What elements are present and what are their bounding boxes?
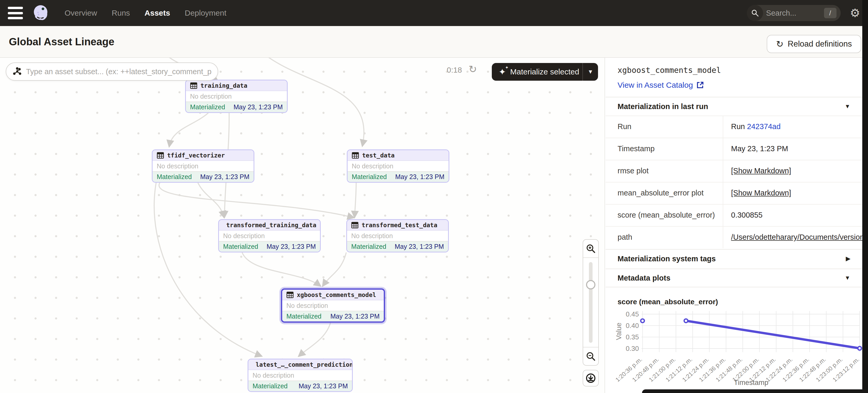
svg-text:Value: Value: [615, 323, 623, 340]
asset-filter-input[interactable]: [26, 67, 211, 76]
asset-lineage-canvas[interactable]: training_data No description Materialize…: [0, 58, 605, 393]
asset-node-status: Materialized: [286, 313, 321, 320]
value-link[interactable]: [Show Markdown]: [731, 189, 791, 197]
global-search[interactable]: /: [747, 5, 841, 21]
svg-text:Timestamp: Timestamp: [734, 379, 769, 387]
asset-node[interactable]: tfidf_vectorizer No description Material…: [152, 150, 254, 183]
table-icon: [157, 152, 164, 159]
svg-text:0.40: 0.40: [626, 322, 639, 329]
chevron-down-icon: ▼: [844, 103, 850, 110]
download-graph-button[interactable]: [583, 370, 599, 387]
chevron-down-icon: ▼: [844, 274, 850, 281]
row-label: score (mean_absolute_error): [606, 204, 723, 226]
row-label: path: [606, 227, 723, 248]
section-materialization-last-run[interactable]: Materialization in last run ▼: [606, 97, 862, 116]
svg-text:0.45: 0.45: [626, 310, 639, 318]
search-icon: [747, 5, 763, 21]
panel-asset-title: xgboost_comments_model: [618, 66, 721, 75]
table-icon: [190, 82, 197, 89]
zoom-toolbar: [583, 239, 599, 366]
asset-node-status: Materialized: [157, 173, 192, 181]
row-value: Run 242374ad: [723, 116, 862, 138]
search-input[interactable]: [766, 9, 818, 18]
dagster-logo-icon[interactable]: [31, 3, 51, 23]
row-label: Timestamp: [606, 138, 723, 160]
asset-node-name: transformed_training_data: [226, 222, 316, 229]
value-link[interactable]: [Show Markdown]: [731, 167, 791, 175]
hamburger-menu-icon[interactable]: [8, 7, 24, 19]
background-app-strip: [862, 0, 868, 393]
graph-refresh-icon[interactable]: ↻: [469, 64, 477, 75]
materialize-selected-button[interactable]: ✦✦ Materialize selected ▼: [492, 63, 598, 81]
svg-text:0.30: 0.30: [626, 345, 639, 352]
chevron-right-icon: ▶: [846, 255, 850, 262]
refresh-icon: ↻: [776, 39, 784, 48]
settings-gear-icon[interactable]: ⚙: [850, 7, 860, 19]
asset-node-timestamp[interactable]: May 23, 1:23 PM: [234, 103, 283, 111]
asset-node-timestamp[interactable]: May 23, 1:23 PM: [200, 173, 249, 181]
asset-node-description: No description: [347, 161, 448, 171]
asset-node[interactable]: training_data No description Materialize…: [185, 79, 288, 113]
row-label: rmse plot: [606, 160, 723, 182]
asset-node-description: No description: [186, 91, 287, 101]
asset-node-timestamp[interactable]: May 23, 1:23 PM: [299, 382, 348, 390]
asset-node-name: latest_…_comment_predictions: [256, 361, 353, 368]
materialization-table: Run Run 242374ad Timestamp May 23, 1:23 …: [606, 116, 862, 248]
table-icon: [286, 291, 294, 298]
asset-node-description: No description: [248, 370, 352, 381]
row-value: [Show Markdown]: [723, 160, 862, 182]
asset-node-timestamp[interactable]: May 23, 1:23 PM: [330, 313, 380, 320]
asset-node[interactable]: transformed_training_data No description…: [218, 219, 321, 253]
asset-node[interactable]: latest_…_comment_predictions No descript…: [248, 359, 353, 392]
nav-item-overview[interactable]: Overview: [65, 9, 97, 18]
asset-node-name: transformed_test_data: [362, 222, 437, 229]
zoom-slider[interactable]: [583, 258, 598, 347]
row-value: /Users/odetteharary/Documents/version: [723, 227, 862, 248]
asset-node-name: tfidf_vectorizer: [167, 152, 225, 159]
value-link[interactable]: /Users/odetteharary/Documents/version: [731, 233, 862, 241]
table-row: score (mean_absolute_error) 0.300855: [606, 204, 862, 226]
svg-text:0.35: 0.35: [626, 333, 639, 341]
table-icon: [351, 222, 359, 229]
zoom-slider-thumb[interactable]: [586, 280, 595, 289]
asset-node[interactable]: xgboost_comments_model No description Ma…: [281, 288, 385, 323]
asset-node-timestamp[interactable]: May 23, 1:23 PM: [267, 243, 316, 250]
asset-node-status: Materialized: [223, 243, 258, 250]
page-title: Global Asset Lineage: [9, 36, 114, 47]
table-row: mean_absolute_error plot [Show Markdown]: [606, 182, 862, 204]
reload-definitions-button[interactable]: ↻ Reload definitions: [767, 35, 861, 53]
zoom-in-button[interactable]: [583, 240, 598, 258]
asset-node-timestamp[interactable]: May 23, 1:23 PM: [395, 243, 444, 250]
partial-toast-edge: [642, 389, 868, 393]
asset-node-name: test_data: [362, 152, 395, 159]
asset-node-timestamp[interactable]: May 23, 1:23 PM: [395, 173, 444, 181]
run-link[interactable]: 242374ad: [747, 122, 780, 131]
section-materialization-system-tags[interactable]: Materialization system tags ▶: [606, 249, 862, 268]
asset-node-status: Materialized: [252, 382, 288, 390]
table-row: Timestamp May 23, 1:23 PM: [606, 138, 862, 160]
nav-item-deployment[interactable]: Deployment: [185, 9, 226, 18]
zoom-out-button[interactable]: [583, 347, 598, 365]
asset-node-description: No description: [347, 231, 448, 241]
asset-node-status: Materialized: [352, 173, 387, 181]
external-link-icon: [696, 81, 704, 89]
table-row: Run Run 242374ad: [606, 116, 862, 138]
asset-node[interactable]: test_data No description Materialized Ma…: [347, 150, 450, 183]
asset-node-description: No description: [282, 300, 384, 311]
asset-node[interactable]: transformed_test_data No description Mat…: [346, 219, 449, 253]
nav-item-assets[interactable]: Assets: [145, 9, 170, 18]
asset-filter-input-wrap: [6, 62, 218, 81]
asset-details-panel: xgboost_comments_model View in Asset Cat…: [606, 58, 862, 393]
asset-node-status: Materialized: [351, 243, 386, 250]
sparkle-icon: ✦✦: [499, 67, 506, 77]
nav-links: Overview Runs Assets Deployment: [65, 9, 226, 18]
view-in-asset-catalog-link[interactable]: View in Asset Catalog: [618, 81, 704, 90]
asset-node-status: Materialized: [190, 103, 225, 111]
refresh-timer: 0:18: [447, 66, 462, 74]
section-metadata-plots[interactable]: Metadata plots ▼: [606, 269, 862, 287]
nav-item-runs[interactable]: Runs: [112, 9, 130, 18]
score-line-chart: 0.300.350.400.45Value1:20:36 p.m.1:20:48…: [613, 304, 861, 393]
row-value: May 23, 1:23 PM: [723, 138, 862, 160]
row-label: Run: [606, 116, 723, 138]
materialize-dropdown-caret[interactable]: ▼: [582, 63, 598, 81]
